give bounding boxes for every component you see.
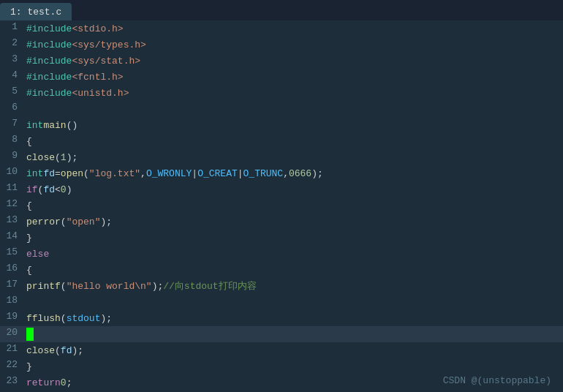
table-row: 1 #include <stdio.h>	[0, 20, 563, 37]
code-area: 1 #include <stdio.h> 2 #include <sys/typ…	[0, 20, 563, 392]
table-row: 8 {	[0, 133, 563, 149]
table-row: 11 if(fd < 0)	[0, 181, 563, 197]
table-row: 22 }	[0, 358, 563, 374]
file-tab[interactable]: 1: test.c	[0, 3, 72, 20]
table-row: 2 #include <sys/types.h>	[0, 37, 563, 53]
table-row: 14 }	[0, 230, 563, 246]
table-row: 5 #include <unistd.h>	[0, 85, 563, 101]
table-row: 17 printf("hello world\n");//向stdout打印内容	[0, 278, 563, 294]
tab-bar: 1: test.c	[0, 0, 563, 20]
table-row: 7 int main()	[0, 117, 563, 133]
table-row: 16 {	[0, 262, 563, 278]
watermark-label: CSDN @(unstoppable)	[443, 375, 551, 386]
table-row: 18	[0, 294, 563, 310]
table-row: 10 int fd = open("log.txt",O_WRONLY | O_…	[0, 165, 563, 181]
table-row: 20	[0, 326, 563, 342]
table-row: 21 close(fd);	[0, 342, 563, 358]
tab-label: 1: test.c	[10, 7, 61, 18]
table-row: 4 #include <fcntl.h>	[0, 69, 563, 85]
table-row: 6	[0, 101, 563, 117]
cursor	[26, 328, 34, 341]
editor-container: 1: test.c 1 #include <stdio.h> 2 #includ…	[0, 0, 563, 392]
table-row: 15 else	[0, 246, 563, 262]
table-row: 12 {	[0, 197, 563, 214]
table-row: 9 close(1);	[0, 149, 563, 165]
table-row: 3 #include <sys/stat.h>	[0, 53, 563, 69]
table-row: 13 perror("open");	[0, 214, 563, 230]
table-row: 19 fflush(stdout);	[0, 310, 563, 326]
